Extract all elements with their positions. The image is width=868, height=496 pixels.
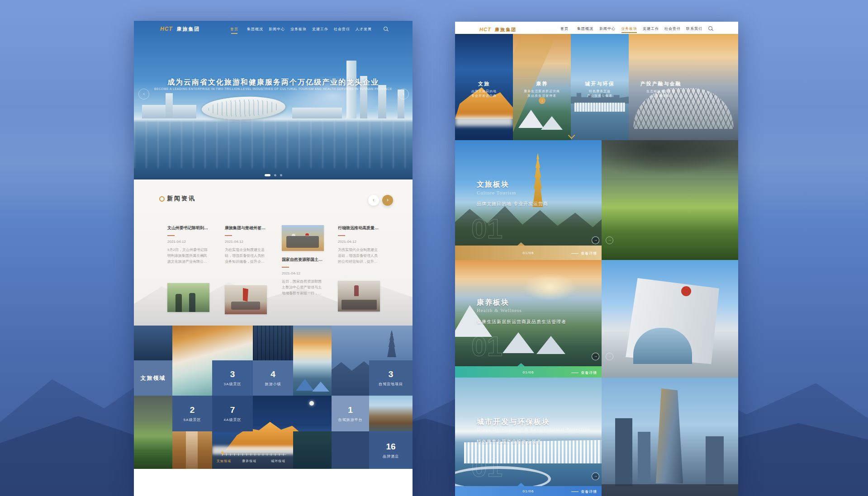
village-photo-tile[interactable] [293, 431, 332, 469]
health-section-image[interactable]: 康养板块 Health & Wellness 健康生活新居所运营商及品质生活管理… [455, 260, 602, 366]
right-nav-party-work[interactable]: 党建工作 [643, 26, 659, 31]
news-item-title: 行稳致远推动高质量发展康旅集团… [338, 225, 380, 231]
stat-tile-brand-hotels[interactable]: 16 品牌酒店 [369, 431, 413, 469]
stat-label: 5A级景区 [184, 417, 201, 422]
sunrise-tents-photo-tile[interactable] [293, 326, 332, 396]
timeline-label-health[interactable]: 康养领域 [242, 459, 256, 463]
karst-valley-image[interactable]: → [602, 140, 738, 260]
culture-tourism-section-image[interactable]: 文旅板块 Culture Tourism 品牌文旅目的地 专业开发运营商 01 … [455, 140, 602, 260]
right-nav-group-overview[interactable]: 集团概况 [577, 26, 593, 31]
right-nav-business[interactable]: 业务板块 [621, 26, 637, 31]
ghost-number: 01 [471, 213, 503, 245]
sector-panel-urban-env[interactable]: 城开与环保 特色康养主题 产业投资引领者 [571, 34, 629, 140]
section-next-button[interactable]: → [606, 353, 613, 360]
section-prev-button[interactable]: → [592, 236, 599, 244]
left-nav-party-work[interactable]: 党建工作 [312, 27, 328, 32]
white-tent [503, 332, 534, 353]
news-item-title: 康旅集团与楚雄州签署合作框架协议 [225, 225, 267, 231]
panel-tagline-2: 专业开发运营商 [455, 94, 513, 98]
news-card[interactable]: 国家自然资源部国土整治中心一行… 2021-04-12 近日，国家自然资源部国土… [282, 225, 324, 316]
panel-tagline-2: 运营服务商 [629, 94, 693, 98]
right-nav-news-center[interactable]: 新闻中心 [599, 26, 616, 31]
right-nav-social-responsibility[interactable]: 社会责任 [664, 26, 681, 31]
section-next-button[interactable]: → [606, 236, 613, 244]
stat-label: 3A级景区 [224, 382, 242, 387]
right-page-business: HCT 康旅集团 首页 集团概况 新闻中心 业务板块 党建工作 社会责任 联系我… [455, 22, 738, 496]
section-prev-button[interactable]: → [592, 353, 599, 360]
news-divider [338, 235, 345, 236]
grassland-photo-tile[interactable] [134, 326, 172, 360]
carousel-dot-2[interactable] [274, 174, 276, 176]
view-details-link[interactable]: 查看详情 [571, 251, 597, 256]
golden-pagoda [531, 153, 545, 207]
health-section-bar[interactable]: 01/06 查看详情 [455, 366, 602, 378]
left-nav-group-overview[interactable]: 集团概况 [247, 27, 263, 32]
ghost-number: 01 [471, 330, 503, 362]
officials-field-visit-photo[interactable] [167, 283, 209, 312]
left-nav-news-center[interactable]: 新闻中心 [269, 27, 285, 32]
sector-label-tile[interactable]: 文旅领域 [134, 360, 172, 396]
left-page-bottom-strip [134, 469, 413, 496]
city-towers-image[interactable] [602, 378, 738, 496]
muddy-falls-photo-tile[interactable] [172, 431, 212, 469]
inspection-group-photo[interactable] [282, 225, 324, 251]
right-nav-contact[interactable]: 联系我们 [686, 26, 702, 31]
panel-tagline-1: 品牌文旅目的地 [455, 89, 513, 94]
hero-banner[interactable]: HCT 康旅集团 首页 集团概况 新闻中心 业务板块 党建工作 社会责任 人才发… [134, 21, 413, 180]
left-nav-talent[interactable]: 人才发展 [356, 27, 372, 32]
right-logo[interactable]: HCT 康旅集团 [479, 25, 517, 33]
left-nav-social-responsibility[interactable]: 社会责任 [334, 27, 350, 32]
section-prev-button[interactable]: → [592, 472, 599, 480]
news-next-button[interactable]: › [382, 195, 393, 206]
right-nav-home[interactable]: 首页 [560, 26, 569, 31]
news-card[interactable]: 康旅集团与楚雄州签署合作框架协议 2021-04-12 为在实现企业制度建立基础… [225, 225, 267, 316]
left-logo[interactable]: HCT 康旅集团 [160, 24, 200, 33]
hero-next-button[interactable]: › [398, 89, 409, 99]
stat-tile-camps[interactable]: 3 自驾营地项目 [369, 360, 413, 396]
left-nav-home[interactable]: 首页 [230, 27, 238, 32]
timeline-label-culture[interactable]: 文旅领域 [217, 459, 231, 463]
hero-prev-button[interactable]: ‹ [138, 89, 149, 99]
wellness-building-image[interactable]: → [602, 260, 738, 378]
news-divider [225, 235, 232, 236]
stat-label: 自驾旅游平台 [338, 417, 363, 422]
timeline-label-urban[interactable]: 城环领域 [271, 459, 285, 463]
training-lecture-photo[interactable] [338, 281, 380, 312]
carousel-dot-3[interactable] [280, 174, 282, 176]
sector-panel-culture[interactable]: 文旅 品牌文旅目的地 专业开发运营商 [455, 34, 513, 140]
timeline-marker[interactable] [221, 452, 224, 454]
urban-env-section-image[interactable]: 城市开发与环保板块 Urban Development & Environmen… [455, 378, 602, 486]
sector-panel-finance[interactable]: 产投产融与金融 生态赋能城乡专业 运营服务商 [629, 34, 738, 140]
stat-tile-5a-scenic[interactable]: 2 5A级景区 [172, 396, 212, 431]
forest-photo-tile[interactable] [253, 326, 293, 360]
hard-hat [292, 234, 295, 236]
chevron-left-icon: ‹ [143, 91, 145, 96]
karst-photo-tile[interactable] [134, 396, 172, 469]
view-details-link[interactable]: 查看详情 [571, 489, 597, 494]
urban-section-bar[interactable]: 01/06 查看详情 [455, 486, 602, 496]
stat-tile-4a-scenic[interactable]: 7 4A级景区 [212, 396, 253, 431]
hard-hat [305, 233, 309, 236]
sector-panel-health[interactable]: 康养 康养生活新居所运营商 及品质生活管理者 ↓ [513, 34, 571, 140]
stat-label: 自驾营地项目 [379, 382, 403, 387]
scroll-down-button[interactable]: ↓ [539, 97, 545, 104]
hotel-photo-tile[interactable] [369, 396, 413, 431]
stat-tile-tourism-towns[interactable]: 4 旅游小镇 [253, 360, 293, 396]
news-card[interactable]: 行稳致远推动高质量发展康旅集团… 2021-04-12 为夯实现代企业制度建立基… [338, 225, 380, 316]
stat-tile-selfdrive-platform[interactable]: 1 自驾旅游平台 [332, 396, 369, 431]
carousel-dot-1[interactable] [265, 174, 270, 176]
left-page-home: HCT 康旅集团 首页 集团概况 新闻中心 业务板块 党建工作 社会责任 人才发… [134, 21, 413, 496]
search-icon[interactable] [708, 26, 712, 30]
news-prev-button[interactable]: ‹ [368, 195, 379, 206]
stat-tile-3a-scenic[interactable]: 3 3A级景区 [212, 360, 253, 396]
view-details-link[interactable]: 查看详情 [571, 370, 597, 375]
signing-ceremony-photo[interactable] [225, 285, 267, 314]
culture-section-bar[interactable]: 01/06 查看详情 [455, 246, 602, 260]
search-icon[interactable] [384, 27, 388, 31]
news-item-date: 2021-04-12 [338, 240, 380, 244]
chevron-left-icon: ‹ [373, 197, 375, 203]
hero-subtitle: BECOME A LEADING ENTERPRISE IN TWO TRILL… [147, 87, 400, 90]
news-card[interactable]: 文山州委书记陈明到集团所属普者黑… 2021-04-12 5月2日，文山州委书记… [167, 225, 209, 316]
left-nav-business[interactable]: 业务板块 [290, 27, 307, 32]
stat-value: 3 [389, 369, 394, 379]
